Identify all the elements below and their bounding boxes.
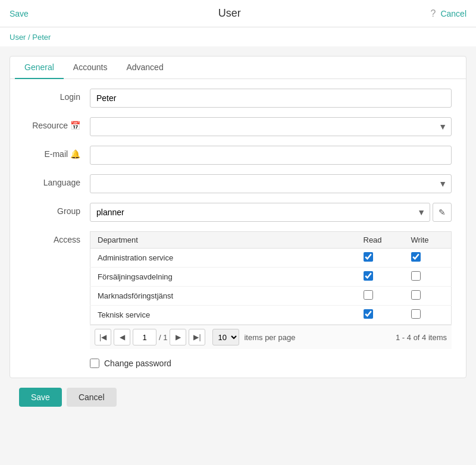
group-select[interactable]: planner [90,203,430,222]
login-label: Login [24,89,90,102]
read-checkbox[interactable] [364,252,373,262]
write-checkbox[interactable] [411,252,421,262]
tab-advanced[interactable]: Advanced [117,56,173,79]
items-info: 1 - 4 of 4 items [396,333,447,342]
table-row: Marknadsföringstjänst [90,287,452,306]
read-checkbox[interactable] [364,290,373,300]
email-bell-icon: 🔔 [70,149,80,159]
email-label: E-mail 🔔 [24,146,90,159]
top-save-link[interactable]: Save [10,9,29,18]
table-row: Försäljningsavdelning [90,268,452,287]
login-input[interactable] [90,89,452,108]
email-row: E-mail 🔔 [24,146,452,165]
write-checkbox[interactable] [411,271,421,281]
per-page-select[interactable]: 10 25 50 [212,329,239,345]
breadcrumb: User / Peter [0,27,476,46]
write-cell [404,306,452,325]
department-cell: Marknadsföringstjänst [90,287,356,306]
write-checkbox[interactable] [411,290,421,300]
pagination-prev-button[interactable]: ◀ [114,329,130,345]
col-write: Write [404,232,452,249]
department-cell: Teknisk service [90,306,356,325]
table-row: Administration service [90,249,452,268]
page-number-input[interactable] [133,329,156,345]
language-label: Language [24,174,90,187]
edit-icon: ✎ [439,208,446,217]
top-bar: Save User ? Cancel [0,0,476,27]
breadcrumb-link[interactable]: User / Peter [10,33,51,42]
read-cell [356,249,404,268]
read-cell [356,287,404,306]
tab-bar: General Accounts Advanced [10,56,466,79]
access-row: Access Department Read Write Administrat… [24,231,452,349]
read-checkbox[interactable] [364,309,373,319]
pagination-last-button[interactable]: ▶| [189,329,205,345]
page-title: User [218,7,241,20]
col-department: Department [90,232,356,249]
read-cell [356,268,404,287]
form-body: Login Resource 📅 ▼ [10,79,466,378]
write-cell [404,287,452,306]
login-row: Login [24,89,452,108]
tab-general[interactable]: General [15,56,64,79]
write-checkbox[interactable] [411,309,421,319]
items-per-page-label: items per page [244,333,295,342]
page-total: / 1 [159,333,167,342]
save-button[interactable]: Save [19,388,62,407]
pagination-next-button[interactable]: ▶ [170,329,186,345]
tab-accounts[interactable]: Accounts [64,56,117,79]
resource-select[interactable] [90,117,452,136]
change-password-row: Change password [90,359,452,368]
group-edit-button[interactable]: ✎ [433,203,452,222]
main-content: General Accounts Advanced Login Resource… [0,46,476,426]
group-label: Group [24,203,90,216]
help-icon[interactable]: ? [431,8,436,19]
group-row: Group planner ▼ ✎ [24,203,452,222]
read-checkbox[interactable] [364,271,373,281]
bottom-actions: Save Cancel [10,378,466,416]
access-table: Department Read Write Administration ser… [90,231,452,325]
top-cancel-link[interactable]: Cancel [440,9,466,18]
pagination-first-button[interactable]: |◀ [95,329,111,345]
resource-label: Resource 📅 [24,117,90,130]
change-password-checkbox[interactable] [90,359,99,368]
write-cell [404,268,452,287]
col-read: Read [356,232,404,249]
pagination-bar: |◀ ◀ / 1 ▶ ▶| 10 25 50 items per page 1 … [90,325,452,349]
change-password-label: Change password [104,359,171,368]
table-row: Teknisk service [90,306,452,325]
department-cell: Försäljningsavdelning [90,268,356,287]
write-cell [404,249,452,268]
access-label: Access [24,231,90,244]
resource-row: Resource 📅 ▼ [24,117,452,136]
department-cell: Administration service [90,249,356,268]
language-select[interactable] [90,174,452,193]
email-input[interactable] [90,146,452,165]
language-row: Language ▼ [24,174,452,193]
form-card: General Accounts Advanced Login Resource… [10,56,466,378]
read-cell [356,306,404,325]
cancel-button[interactable]: Cancel [67,388,117,407]
resource-calendar-icon: 📅 [70,121,80,130]
